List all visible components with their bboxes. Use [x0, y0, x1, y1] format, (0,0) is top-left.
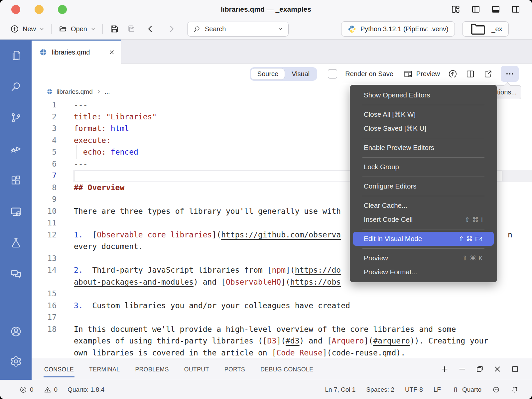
panel-tab-console[interactable]: CONSOLE — [44, 360, 74, 378]
panel-tab-output[interactable]: OUTPUT — [184, 360, 210, 378]
tab-libraries-qmd[interactable]: libraries.qmd — [32, 40, 121, 64]
status-item-ln-7-col-1[interactable]: Ln 7, Col 1 — [325, 386, 355, 393]
zoom-window-button[interactable] — [58, 5, 67, 14]
split-editor-icon[interactable] — [466, 69, 475, 79]
sidebar-item-search[interactable] — [10, 80, 22, 93]
open-button[interactable]: Open — [58, 24, 96, 34]
code-line[interactable]: 163. Custom libraries you and/or your co… — [32, 300, 532, 312]
open-in-new-window-icon[interactable] — [483, 69, 493, 79]
status-item-0[interactable]: 0 — [44, 386, 58, 394]
more-actions-button[interactable] — [501, 66, 519, 82]
quarto-file-icon — [46, 88, 53, 95]
breadcrumb-more[interactable]: ... — [105, 88, 110, 95]
preview-button[interactable]: Preview — [403, 69, 440, 79]
menu-item-clear-cache[interactable]: Clear Cache... — [350, 199, 497, 212]
menu-separator — [350, 246, 497, 251]
panel-plus-icon[interactable] — [440, 365, 449, 373]
workspace-label: _ex — [491, 25, 502, 33]
menu-item-enable-preview-editors[interactable]: Enable Preview Editors — [350, 141, 497, 155]
code-line[interactable]: 15 — [32, 288, 532, 300]
panel-minus-icon[interactable] — [458, 365, 466, 373]
interpreter-selector[interactable]: Python 3.12.1 (PipEnv: .venv) — [341, 21, 455, 37]
code-text: format: html — [74, 123, 129, 135]
svg-text:{}: {} — [454, 386, 458, 393]
save-icon[interactable] — [109, 24, 119, 34]
sidebar-item-account[interactable] — [10, 325, 22, 338]
divider — [102, 24, 103, 34]
status-text: LF — [434, 386, 441, 393]
search-input[interactable]: Search — [187, 22, 289, 37]
toggle-primary-sidebar-icon[interactable] — [471, 4, 481, 14]
status-text: 0 — [30, 386, 34, 393]
close-tab-icon[interactable] — [108, 49, 115, 56]
menu-item-lock-group[interactable]: Lock Group — [350, 160, 497, 174]
sidebar-item-run-debug[interactable] — [10, 143, 22, 155]
sidebar-item-remote-explorer[interactable] — [10, 205, 22, 218]
open-folder-icon — [58, 24, 67, 34]
status-item-utf-8[interactable]: UTF-8 — [405, 386, 423, 393]
menu-item-close-saved-k-u[interactable]: Close Saved [⌘K U] — [350, 121, 497, 135]
menu-separator — [350, 193, 497, 199]
code-text: own libraries is covered in the article … — [74, 347, 405, 358]
sidebar-item-explorer[interactable] — [10, 49, 22, 62]
menu-item-preview-format[interactable]: Preview Format... — [350, 265, 497, 279]
status-item-quarto[interactable]: {}Quarto — [452, 386, 481, 394]
chevron-down-icon — [278, 26, 283, 32]
new-button[interactable]: New — [10, 24, 45, 34]
status-item-spaces-2[interactable]: Spaces: 2 — [366, 386, 394, 393]
code-text: examples of using third-party libraries … — [74, 335, 488, 347]
code-line[interactable]: own libraries is covered in the article … — [32, 347, 532, 358]
panel-close-icon[interactable] — [493, 365, 502, 373]
sidebar-item-settings[interactable] — [10, 355, 22, 368]
status-text: Quarto: 1.8.4 — [67, 386, 104, 393]
customize-layout-icon[interactable] — [451, 4, 461, 14]
menu-item-close-all-k-w[interactable]: Close All [⌘K W] — [350, 107, 497, 121]
sidebar-item-extensions[interactable] — [10, 174, 22, 187]
menu-separator — [350, 135, 497, 141]
menu-item-preview[interactable]: Preview⇧ ⌘ K — [350, 251, 497, 265]
back-icon[interactable] — [145, 24, 155, 34]
menu-item-configure-editors[interactable]: Configure Editors — [350, 179, 497, 193]
publish-icon[interactable] — [448, 69, 458, 79]
status-item[interactable] — [492, 386, 500, 394]
menu-item-label: Clear Cache... — [364, 201, 407, 209]
line-number: 6 — [32, 158, 57, 170]
folder-icon — [468, 19, 488, 39]
toggle-secondary-sidebar-icon[interactable] — [511, 4, 521, 14]
panel-maximize-icon[interactable] — [511, 365, 519, 373]
source-visual-toggle: Source Visual — [250, 67, 318, 81]
toggle-panel-icon[interactable] — [491, 4, 501, 14]
menu-item-edit-in-visual-mode[interactable]: Edit in Visual Mode⇧ ⌘ F4 — [353, 232, 494, 246]
sidebar-item-source-control[interactable] — [10, 111, 22, 124]
minimize-window-button[interactable] — [35, 5, 44, 14]
code-line[interactable]: examples of using third-party libraries … — [32, 335, 532, 347]
title-bar: libraries.qmd — _examples — [0, 0, 532, 19]
panel-tab-terminal[interactable]: TERMINAL — [88, 360, 120, 378]
workspace-button[interactable]: _ex — [462, 21, 509, 37]
line-number: 12 — [32, 229, 57, 241]
code-text: every document. — [74, 241, 143, 253]
panel-tab-debug-console[interactable]: DEBUG CONSOLE — [260, 360, 314, 378]
close-window-button[interactable] — [11, 5, 20, 14]
line-number: 5 — [32, 146, 57, 158]
sidebar-item-testing[interactable] — [10, 236, 22, 249]
panel-restore-icon[interactable] — [475, 365, 484, 373]
status-item-quarto-1-8-4[interactable]: Quarto: 1.8.4 — [67, 386, 104, 393]
forward-icon — [167, 24, 177, 34]
status-item-0[interactable]: 0 — [19, 386, 34, 394]
status-item-lf[interactable]: LF — [434, 386, 441, 393]
render-on-save-checkbox[interactable] — [328, 69, 337, 78]
line-number — [32, 335, 57, 347]
menu-item-insert-code-cell[interactable]: Insert Code Cell⇧ ⌘ I — [350, 212, 497, 226]
breadcrumb-file[interactable]: libraries.qmd — [57, 88, 93, 95]
open-label: Open — [71, 25, 87, 33]
source-mode-button[interactable]: Source — [251, 68, 285, 80]
panel-tab-problems[interactable]: PROBLEMS — [135, 360, 170, 378]
sidebar-item-comments[interactable] — [10, 268, 22, 280]
code-line[interactable]: 17 — [32, 312, 532, 324]
visual-mode-button[interactable]: Visual — [285, 68, 316, 80]
status-item[interactable] — [511, 386, 519, 394]
panel-tab-ports[interactable]: PORTS — [224, 360, 246, 378]
menu-item-show-opened-editors[interactable]: Show Opened Editors — [350, 88, 497, 102]
code-line[interactable]: 18In this document we'll provide a high-… — [32, 324, 532, 335]
